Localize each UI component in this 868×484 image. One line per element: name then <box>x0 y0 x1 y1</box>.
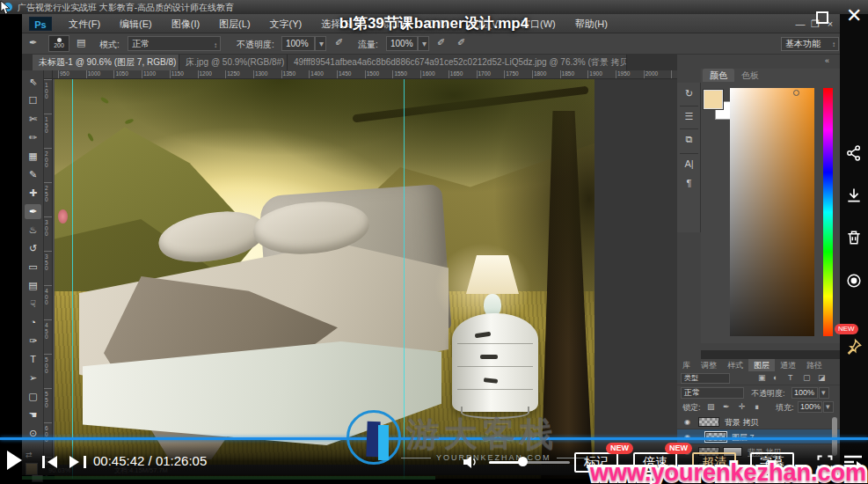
layer-fill-arrow[interactable]: ▾ <box>823 401 834 413</box>
layer-row[interactable]: ◉背景 拷贝 <box>677 414 840 429</box>
trash-icon[interactable] <box>845 229 863 246</box>
layers-panel-tab-2[interactable]: 样式 <box>722 359 748 371</box>
layer-opacity-arrow[interactable]: ▾ <box>819 387 829 399</box>
color-panel-tab-0[interactable]: 颜色 <box>703 69 734 82</box>
marquee-tool[interactable]: ☐ <box>25 93 41 108</box>
color-panel-tab-1[interactable]: 色板 <box>734 69 766 82</box>
layer-visibility-icon[interactable]: ◉ <box>684 418 690 426</box>
history-panel-icon[interactable]: ↻ <box>677 88 701 99</box>
saturation-brightness-field[interactable] <box>730 88 814 336</box>
lock-icon-3[interactable]: ∎ <box>755 402 760 411</box>
toggle-brush-panel-icon[interactable]: ▤ <box>77 37 85 48</box>
layer-fill-value[interactable]: 100% <box>798 401 822 413</box>
ruler-corner <box>44 70 53 79</box>
ruler-v-label: 3 5 0 <box>45 254 48 272</box>
layer-filter-icon-0[interactable]: ▣ <box>758 373 766 382</box>
lock-icon-1[interactable]: ✒ <box>723 402 730 411</box>
brush-tool-icon[interactable]: ✒ <box>29 37 37 48</box>
layer-filter-icon-3[interactable]: ▢ <box>803 373 811 382</box>
clone-source-panel-icon[interactable]: ⧉ <box>677 134 701 145</box>
layer-filter-dropdown[interactable]: 类型 <box>681 373 730 384</box>
ruler-h-label: 1850 <box>562 70 574 77</box>
layer-opacity-value[interactable]: 100% <box>791 387 818 399</box>
move-tool[interactable]: ⇖ <box>25 75 41 90</box>
play-button[interactable] <box>7 451 22 470</box>
ruler-h-label: 1800 <box>534 70 546 77</box>
quick-select-tool[interactable]: ✏ <box>25 130 41 145</box>
previous-button[interactable] <box>42 456 62 468</box>
path-select-tool[interactable]: ➢ <box>25 370 41 385</box>
guide-line-vertical[interactable] <box>72 79 73 479</box>
ruler-h-label: 1900 <box>589 70 602 77</box>
history-brush-tool[interactable]: ↺ <box>25 241 41 256</box>
layers-panel-tab-5[interactable]: 路径 <box>801 359 828 371</box>
layers-panel-tab-1[interactable]: 调整 <box>696 359 722 371</box>
layers-panel-tab-4[interactable]: 通道 <box>775 359 801 371</box>
properties-panel-icon[interactable]: ☰ <box>677 111 701 122</box>
lasso-tool[interactable]: ✄ <box>25 112 41 127</box>
ruler-h-label: 2000 <box>646 70 658 77</box>
opacity-value-box[interactable]: 100% <box>281 36 315 51</box>
shape-tool[interactable]: ▢ <box>25 389 41 404</box>
pin-new-badge: NEW <box>835 324 858 334</box>
nightstand-seam <box>457 343 533 344</box>
nightstand-handle <box>480 355 498 359</box>
eyedropper-tool[interactable]: ✎ <box>25 167 41 182</box>
brush-size-preview[interactable]: 200 <box>48 35 69 52</box>
ps-options-bar: ✒ 200 ▤ 模式: 正常 ↕ 不透明度: 100% ▾ ✐ 流量: 100% <box>22 33 840 55</box>
character-panel-icon[interactable]: A| <box>677 158 701 169</box>
document-tab-0[interactable]: 未标题-1 @ 90.6% (图层 7, RGB/8) *× <box>33 55 179 70</box>
player-close-button[interactable]: ✕ <box>846 5 862 26</box>
document-tab-2[interactable]: 49fff89541afbea4a6c8b6d886c674a91ce52c02… <box>288 55 627 70</box>
document-tab-1[interactable]: 床.jpg @ 50.9%(RGB/8#) *× <box>179 55 288 70</box>
airbrush-icon[interactable]: ✐ <box>437 37 445 48</box>
crop-tool[interactable]: ▦ <box>25 149 41 164</box>
layers-panel-tab-3[interactable]: 图层 <box>748 359 775 371</box>
layer-thumbnail[interactable] <box>698 417 719 427</box>
pen-tool[interactable]: ✑ <box>25 334 41 348</box>
watermark-logo <box>346 410 401 465</box>
player-maximize-button[interactable] <box>816 11 828 24</box>
guide-line-vertical[interactable] <box>404 79 405 479</box>
volume-icon[interactable] <box>462 454 479 470</box>
blend-mode-dropdown[interactable]: 正常 ↕ <box>128 36 221 51</box>
eraser-tool[interactable]: ▭ <box>25 260 41 275</box>
layer-blend-mode-dropdown[interactable]: 正常 <box>681 387 744 399</box>
share-icon[interactable] <box>845 144 863 162</box>
layers-panel-tab-0[interactable]: 库 <box>677 359 696 371</box>
hue-slider[interactable] <box>823 88 833 336</box>
flow-value-box[interactable]: 100% <box>386 36 418 51</box>
clone-stamp-tool[interactable]: ♨ <box>25 223 41 238</box>
dodge-tool[interactable]: ◔ <box>25 315 41 330</box>
layer-filter-icon-1[interactable]: ◐ <box>773 373 777 382</box>
pressure-opacity-icon[interactable]: ✐ <box>335 37 343 48</box>
workspace-dropdown[interactable]: 基本功能 ↕ <box>781 37 839 51</box>
lock-icon-2[interactable]: ✛ <box>739 402 746 411</box>
paragraph-panel-icon[interactable]: ¶ <box>677 178 701 188</box>
layer-filter-icon-2[interactable]: T <box>788 373 793 382</box>
gradient-tool[interactable]: ▤ <box>25 278 41 293</box>
smudge-tool[interactable]: ☟ <box>25 297 41 312</box>
healing-brush-tool[interactable]: ✚ <box>25 186 41 201</box>
pressure-size-icon[interactable]: ✐ <box>457 37 465 48</box>
collapse-panels-icon[interactable]: « <box>825 56 829 65</box>
nightstand-seam <box>457 366 533 367</box>
color-panel-tabs: 颜色色板 <box>703 69 766 82</box>
download-icon[interactable] <box>845 187 863 204</box>
lock-icon-0[interactable]: ▨ <box>707 402 715 411</box>
next-button[interactable] <box>67 456 86 468</box>
ruler-h-label: 1650 <box>450 70 463 77</box>
foreground-color-swatch[interactable] <box>704 90 723 109</box>
ruler-h-label: 1950 <box>617 70 630 77</box>
pin-icon[interactable] <box>845 338 863 356</box>
record-icon[interactable] <box>845 272 863 290</box>
video-player-window: 广告视觉行业实战班 大影教育-高品质的设计师在线教育 Ps 文件(F)编辑(E)… <box>0 0 868 484</box>
brush-tool[interactable]: ✒ <box>25 204 41 219</box>
player-sidebar: NEW <box>840 14 868 484</box>
flow-dropdown-arrow[interactable]: ▾ <box>418 36 429 51</box>
type-tool[interactable]: T <box>25 352 41 367</box>
hand-tool[interactable]: ☚ <box>25 407 41 422</box>
layer-filter-icon-4[interactable]: ◪ <box>818 373 826 382</box>
volume-slider-knob[interactable] <box>518 457 528 466</box>
opacity-dropdown-arrow[interactable]: ▾ <box>315 36 326 51</box>
